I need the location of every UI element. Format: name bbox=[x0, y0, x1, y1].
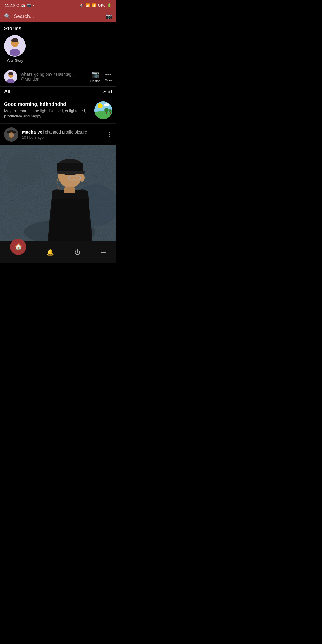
filter-sort[interactable]: Sort bbox=[103, 89, 112, 95]
svg-point-27 bbox=[6, 154, 42, 184]
svg-point-19 bbox=[7, 130, 16, 133]
profile-update[interactable]: Macha Vel changed profile picture 10 Hou… bbox=[0, 124, 116, 145]
profile-name: Macha Vel bbox=[22, 129, 44, 134]
morning-text: Good morning, hdhhdhdhd May this morning… bbox=[4, 102, 91, 119]
svg-point-11 bbox=[98, 103, 103, 108]
status-right: 🔇 📶 📶 64% 🔋 bbox=[79, 3, 112, 7]
notifications-icon[interactable]: 🔔 bbox=[47, 249, 54, 256]
your-story-avatar bbox=[4, 35, 26, 57]
svg-point-34 bbox=[79, 174, 85, 182]
bottom-nav: 🏠 🔔 ⏻ ☰ bbox=[0, 241, 116, 263]
composer-actions: 📷 Photos ••• More bbox=[90, 71, 112, 83]
profile-menu-btn[interactable]: ⋮ bbox=[107, 131, 112, 138]
profile-time: 10 Hours ago bbox=[22, 135, 103, 140]
home-icon: 🏠 bbox=[14, 243, 22, 251]
menu-icon[interactable]: ☰ bbox=[101, 249, 106, 256]
post-photo-bg bbox=[0, 145, 116, 241]
status-time: 11:49 bbox=[5, 3, 15, 8]
camera-icon[interactable]: 📷 bbox=[106, 13, 112, 20]
morning-post[interactable]: Good morning, hdhhdhdhd May this morning… bbox=[0, 97, 116, 124]
post-composer: What's going on? #Hashtag.. @Mention. 📷 … bbox=[0, 67, 116, 86]
morning-thumbnail bbox=[94, 101, 112, 119]
your-story-item[interactable]: Your Story bbox=[4, 35, 26, 63]
home-circle[interactable]: 🏠 bbox=[10, 239, 26, 255]
profile-avatar bbox=[4, 127, 18, 142]
more-label: More bbox=[105, 78, 112, 82]
composer-avatar bbox=[4, 70, 17, 83]
mute-icon: 🔇 bbox=[79, 3, 84, 7]
battery-percent: 64% bbox=[98, 3, 105, 7]
status-left: 11:49 ⬡ 📅 📷 • bbox=[5, 3, 34, 8]
your-story-label: Your Story bbox=[7, 58, 23, 63]
avast-icon: ⬡ bbox=[16, 4, 19, 7]
stories-title: Stories bbox=[4, 26, 112, 32]
svg-rect-33 bbox=[57, 171, 85, 174]
instagram-icon: 📷 bbox=[27, 4, 31, 7]
profile-info: Macha Vel changed profile picture 10 Hou… bbox=[22, 129, 103, 140]
filter-row: All Sort bbox=[0, 86, 116, 97]
photos-label: Photos bbox=[90, 79, 100, 83]
battery-icon: 🔋 bbox=[107, 3, 112, 7]
composer-placeholder[interactable]: What's going on? #Hashtag.. @Mention. bbox=[20, 72, 87, 81]
svg-point-2 bbox=[11, 38, 18, 42]
vertical-dots-icon: ⋮ bbox=[107, 131, 112, 138]
search-icon: 🔍 bbox=[4, 13, 11, 20]
power-icon[interactable]: ⏻ bbox=[75, 249, 80, 256]
filter-all[interactable]: All bbox=[4, 89, 10, 95]
morning-desc: May this morning be light, blessed, enli… bbox=[4, 108, 91, 119]
avatar-svg bbox=[4, 35, 26, 57]
svg-rect-4 bbox=[11, 50, 19, 55]
dot-icon: • bbox=[33, 4, 34, 7]
morning-title: Good morning, hdhhdhdhd bbox=[4, 102, 91, 107]
composer-photos-btn[interactable]: 📷 Photos bbox=[90, 71, 100, 83]
profile-avatar-svg bbox=[4, 127, 18, 142]
home-btn-wrap[interactable]: 🏠 bbox=[10, 244, 26, 260]
composer-more-btn[interactable]: ••• More bbox=[105, 72, 112, 82]
svg-point-14 bbox=[104, 108, 109, 112]
post-photo bbox=[0, 145, 116, 241]
svg-rect-36 bbox=[64, 187, 75, 193]
svg-rect-32 bbox=[57, 163, 83, 172]
search-bar: 🔍 📷 bbox=[0, 11, 116, 22]
stories-section: Stories Your Story bbox=[0, 22, 116, 67]
signal-icon: 📶 bbox=[92, 3, 96, 7]
calendar-icon: 📅 bbox=[21, 4, 25, 7]
more-dots-icon: ••• bbox=[105, 72, 112, 78]
photos-camera-icon: 📷 bbox=[91, 71, 99, 78]
svg-point-12 bbox=[104, 103, 109, 106]
svg-point-8 bbox=[8, 72, 13, 75]
profile-action: changed profile picture bbox=[44, 130, 87, 134]
composer-avatar-svg bbox=[4, 70, 17, 83]
wifi-icon: 📶 bbox=[86, 3, 90, 7]
svg-point-16 bbox=[109, 109, 112, 112]
status-bar: 11:49 ⬡ 📅 📷 • 🔇 📶 📶 64% 🔋 bbox=[0, 0, 116, 11]
search-input[interactable] bbox=[14, 13, 103, 19]
landscape-svg bbox=[94, 101, 112, 119]
